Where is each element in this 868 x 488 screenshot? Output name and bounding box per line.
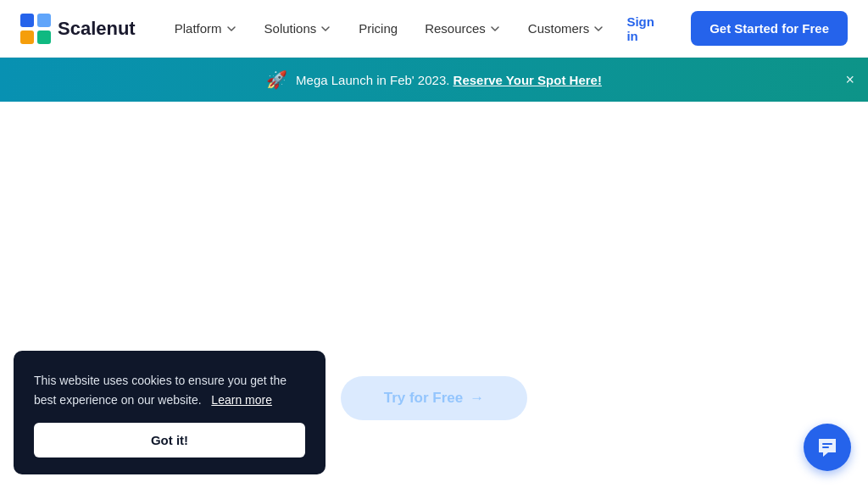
chevron-down-icon [320,23,331,35]
chevron-down-icon [489,23,501,35]
nav-item-platform[interactable]: Platform [163,14,249,42]
svg-rect-0 [20,14,34,27]
nav-item-resources[interactable]: Resources [413,14,513,42]
nav-solutions-label: Solutions [264,21,317,36]
svg-rect-3 [37,30,51,44]
chevron-down-icon [593,23,604,35]
logo-link[interactable]: Scalenut [20,14,136,44]
rocket-emoji: 🚀 [266,69,287,90]
cookie-banner: This website uses cookies to ensure you … [14,351,326,474]
nav-customers-label: Customers [528,21,590,36]
chevron-down-icon [225,23,237,35]
nav-item-customers[interactable]: Customers [516,14,617,42]
try-free-button[interactable]: Try for Free → [341,376,527,420]
nav-item-solutions[interactable]: Solutions [253,14,344,42]
svg-rect-2 [20,30,34,44]
svg-rect-5 [822,446,829,448]
nav-pricing-label: Pricing [359,21,398,36]
announcement-text: Mega Launch in Feb' 2023. Reserve Your S… [296,73,602,87]
learn-more-link[interactable]: Learn more [211,393,272,407]
sign-in-link[interactable]: Sign in [616,8,677,50]
svg-rect-1 [37,14,51,27]
scalenut-logo-icon [20,14,51,44]
main-content: Try for Free → This website uses cookies… [0,102,868,488]
chat-icon [815,435,839,459]
logo-text: Scalenut [58,18,136,40]
get-started-button[interactable]: Get Started for Free [691,11,848,46]
svg-rect-4 [822,443,832,445]
announcement-bar: 🚀 Mega Launch in Feb' 2023. Reserve Your… [0,58,868,102]
try-free-container: Try for Free → [341,376,527,420]
nav-item-pricing[interactable]: Pricing [347,14,409,42]
nav-resources-label: Resources [425,21,486,36]
nav-right: Sign in Get Started for Free [616,8,848,50]
announcement-link[interactable]: Reserve Your Spot Here! [453,73,602,87]
navbar: Scalenut Platform Solutions Pricing Reso… [0,0,868,58]
nav-platform-label: Platform [175,21,222,36]
close-announcement-button[interactable]: × [845,72,854,87]
cookie-message: This website uses cookies to ensure you … [34,371,305,409]
chat-icon-button[interactable] [804,424,851,471]
got-it-button[interactable]: Got it! [34,423,305,458]
nav-links: Platform Solutions Pricing Resources Cus… [163,14,617,42]
